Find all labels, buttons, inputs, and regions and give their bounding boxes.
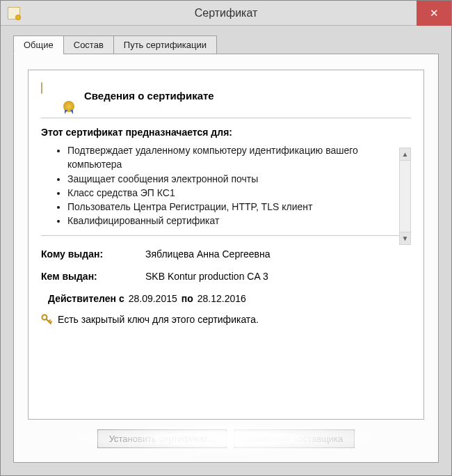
purpose-item: Подтверждает удаленному компьютеру идент…	[67, 143, 397, 172]
valid-middle: по	[181, 293, 193, 304]
private-key-message: Есть закрытый ключ для этого сертификата…	[41, 314, 411, 325]
scroll-up-button[interactable]: ▲	[400, 148, 410, 161]
panel-title: Сведения о сертификате	[84, 90, 214, 102]
validity-row: Действителен с 28.09.2015 по 28.12.2016	[48, 293, 411, 304]
purpose-title: Этот сертификат предназначается для:	[41, 127, 397, 138]
client-area: Общие Состав Путь сертификации Сведения …	[1, 26, 451, 475]
tab-panel-general: Сведения о сертификате Этот сертификат п…	[13, 54, 439, 463]
divider	[41, 235, 411, 236]
window-title: Сертификат	[195, 7, 258, 19]
purpose-list: Подтверждает удаленному компьютеру идент…	[41, 143, 397, 228]
scrollbar[interactable]: ▲ ▼	[399, 148, 411, 245]
scroll-down-button[interactable]: ▼	[400, 232, 410, 244]
chevron-down-icon: ▼	[402, 235, 409, 242]
chevron-up-icon: ▲	[402, 150, 409, 158]
divider	[41, 118, 411, 118]
purpose-item: Класс средства ЭП КС1	[67, 186, 397, 200]
issued-to-label: Кому выдан:	[41, 248, 145, 260]
issued-to-value: Зяблицева Анна Сергеевна	[145, 248, 411, 260]
issued-to-row: Кому выдан: Зяблицева Анна Сергеевна	[41, 248, 411, 260]
certificate-icon	[41, 83, 73, 108]
tab-strip: Общие Состав Путь сертификации	[13, 35, 439, 54]
valid-from: 28.09.2015	[129, 293, 177, 304]
purpose-item: Квалифицированный сертификат	[67, 214, 397, 228]
titlebar: Сертификат ✕	[1, 1, 451, 26]
close-button[interactable]: ✕	[417, 1, 451, 26]
panel-header: Сведения о сертификате	[41, 83, 411, 118]
issuer-statement-button: Заявление поставщика	[234, 429, 355, 448]
tab-details[interactable]: Состав	[63, 35, 114, 54]
private-key-text: Есть закрытый ключ для этого сертификата…	[58, 314, 259, 325]
issued-by-label: Кем выдан:	[41, 271, 145, 282]
valid-prefix: Действителен с	[48, 293, 124, 304]
certificate-info-panel: Сведения о сертификате Этот сертификат п…	[28, 70, 424, 420]
certificate-fields: Кому выдан: Зяблицева Анна Сергеевна Кем…	[41, 248, 411, 325]
issued-by-value: SKB Kontur production CA 3	[145, 271, 411, 282]
purpose-section: Этот сертификат предназначается для: Под…	[41, 127, 411, 228]
tab-general[interactable]: Общие	[13, 35, 64, 54]
action-buttons: Установить сертификат... Заявление поста…	[28, 429, 424, 448]
tab-certpath[interactable]: Путь сертификации	[113, 35, 217, 54]
purpose-item: Пользователь Центра Регистрации, HTTP, T…	[67, 200, 397, 214]
purpose-item: Защищает сообщения электронной почты	[67, 172, 397, 186]
certificate-titlebar-icon	[8, 7, 20, 19]
issued-by-row: Кем выдан: SKB Kontur production CA 3	[41, 271, 411, 282]
close-icon: ✕	[430, 7, 439, 19]
valid-to: 28.12.2016	[197, 293, 246, 304]
key-icon	[41, 314, 52, 325]
certificate-window: Сертификат ✕ Общие Состав Путь сертифика…	[0, 0, 452, 476]
install-certificate-button[interactable]: Установить сертификат...	[97, 429, 227, 448]
